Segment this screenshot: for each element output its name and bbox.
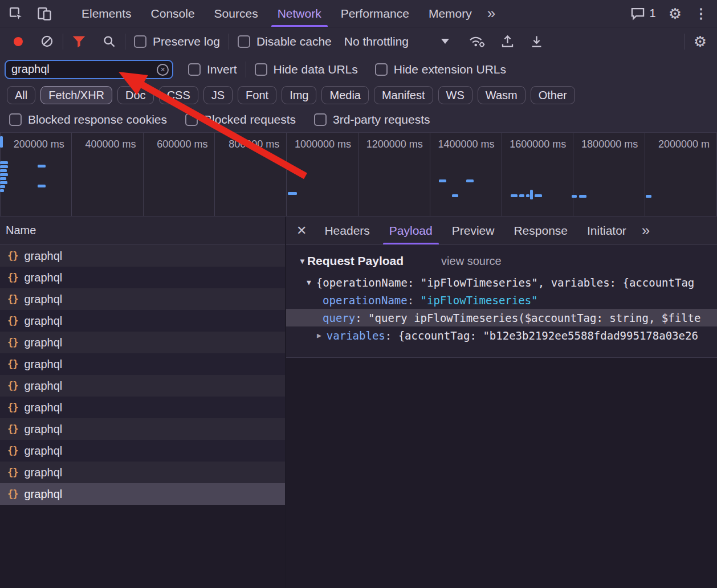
view-source-link[interactable]: view source <box>441 255 502 268</box>
chevron-down-icon <box>441 39 449 44</box>
preserve-log-checkbox[interactable]: Preserve log <box>134 35 220 48</box>
chip-img[interactable]: Img <box>282 86 316 104</box>
chip-media[interactable]: Media <box>321 86 368 104</box>
chip-manifest[interactable]: Manifest <box>374 86 433 104</box>
chip-wasm[interactable]: Wasm <box>478 86 525 104</box>
tab-performance[interactable]: Performance <box>331 0 419 27</box>
tab-memory[interactable]: Memory <box>419 0 482 27</box>
clear-network-log-icon[interactable] <box>40 34 54 48</box>
name-column-header[interactable]: Name <box>0 217 285 245</box>
more-tabs-icon[interactable]: » <box>482 5 501 22</box>
tab-console[interactable]: Console <box>141 0 205 27</box>
waterfall-mark <box>38 165 46 168</box>
requests-panel: Name {}graphql{}graphql{}graphql{}graphq… <box>0 217 286 588</box>
request-name: graphql <box>24 315 62 328</box>
chip-all[interactable]: All <box>7 86 35 104</box>
throttling-dropdown[interactable]: No throttling <box>344 35 449 48</box>
panel-tabs: ElementsConsoleSourcesNetworkPerformance… <box>72 0 482 27</box>
hide-data-urls-checkbox[interactable]: Hide data URLs <box>255 63 358 76</box>
fetch-braces-icon: {} <box>7 380 18 391</box>
payload-key: variables <box>327 329 385 342</box>
filter-input[interactable] <box>5 60 173 79</box>
request-row[interactable]: {}graphql <box>0 288 285 310</box>
network-settings-gear-icon[interactable]: ⚙ <box>694 34 707 49</box>
hide-extension-urls-checkbox[interactable]: Hide extension URLs <box>375 63 506 76</box>
request-row[interactable]: {}graphql <box>0 332 285 353</box>
waterfall-mark <box>579 195 586 198</box>
payload-operation-name-row[interactable]: operationName: "ipFlowTimeseries" <box>286 291 717 309</box>
request-row[interactable]: {}graphql <box>0 462 285 483</box>
clear-filter-icon[interactable]: ✕ <box>157 64 169 76</box>
request-row[interactable]: {}graphql <box>0 353 285 375</box>
request-details-panel: ✕ HeadersPayloadPreviewResponseInitiator… <box>286 217 717 588</box>
fetch-braces-icon: {} <box>7 358 18 370</box>
request-row[interactable]: {}graphql <box>0 397 285 418</box>
payload-query-row-selected[interactable]: query: "query ipFlowTimeseries($accountT… <box>286 309 717 326</box>
waterfall-mark <box>572 195 577 198</box>
request-row[interactable]: {}graphql <box>0 310 285 332</box>
request-row[interactable]: {}graphql <box>0 375 285 397</box>
waterfall-mark <box>38 185 46 187</box>
payload-variables-row[interactable]: ▶ variables: {accountTag: "b12e3b2192ee5… <box>286 326 717 344</box>
kebab-menu-icon[interactable]: ⋮ <box>694 6 708 22</box>
chip-font[interactable]: Font <box>238 86 276 104</box>
3rd-party-requests-checkbox[interactable]: 3rd-party requests <box>314 113 430 126</box>
extra-filters-row: Blocked response cookiesBlocked requests… <box>0 107 717 132</box>
chip-ws[interactable]: WS <box>438 86 472 104</box>
network-conditions-icon[interactable] <box>469 34 486 48</box>
network-overview-timeline[interactable]: 200000 ms400000 ms600000 ms800000 ms1000… <box>0 132 717 217</box>
request-row[interactable]: {}graphql <box>0 440 285 462</box>
chip-js[interactable]: JS <box>203 86 233 104</box>
waterfall-mark <box>0 165 8 168</box>
waterfall-mark <box>535 194 542 197</box>
request-name: graphql <box>24 423 62 436</box>
request-row[interactable]: {}graphql <box>0 418 285 440</box>
export-har-icon[interactable] <box>529 34 544 48</box>
console-messages-indicator[interactable]: 1 <box>630 7 656 21</box>
waterfall-mark <box>0 169 7 172</box>
details-tab-headers[interactable]: Headers <box>315 217 379 244</box>
tab-network[interactable]: Network <box>268 0 331 27</box>
invert-checkbox[interactable]: Invert <box>188 63 237 76</box>
chip-other[interactable]: Other <box>531 86 575 104</box>
timeline-tick-label: 600000 ms <box>144 133 215 216</box>
toolbar-divider <box>125 34 125 50</box>
details-tab-payload[interactable]: Payload <box>380 217 442 244</box>
request-name: graphql <box>24 488 62 501</box>
disable-cache-checkbox[interactable]: Disable cache <box>238 35 332 48</box>
collapse-triangle-icon[interactable]: ▼ <box>299 257 306 266</box>
tab-elements[interactable]: Elements <box>72 0 141 27</box>
filter-funnel-icon[interactable] <box>72 35 86 48</box>
record-network-log-icon[interactable] <box>11 35 25 48</box>
waterfall-mark <box>452 194 458 197</box>
tab-sources[interactable]: Sources <box>205 0 268 27</box>
fetch-braces-icon: {} <box>7 337 18 348</box>
details-tab-response[interactable]: Response <box>504 217 577 244</box>
request-row[interactable]: {}graphql <box>0 267 285 288</box>
chip-css[interactable]: CSS <box>159 86 198 104</box>
expand-triangle-icon: ▶ <box>317 331 321 340</box>
request-row[interactable]: {}graphql <box>0 483 285 505</box>
blocked-requests-checkbox[interactable]: Blocked requests <box>185 113 296 126</box>
payload-summary-row[interactable]: ▼ {operationName: "ipFlowTimeseries", va… <box>286 273 717 291</box>
device-toolbar-icon[interactable] <box>36 6 52 22</box>
fetch-braces-icon: {} <box>7 402 18 413</box>
import-har-icon[interactable] <box>500 34 515 48</box>
toolbar-divider <box>246 62 246 77</box>
inspect-element-icon[interactable] <box>8 6 24 22</box>
chip-doc[interactable]: Doc <box>117 86 154 104</box>
search-icon[interactable] <box>102 34 116 48</box>
timeline-tick-label: 800000 ms <box>215 133 287 216</box>
request-row[interactable]: {}graphql <box>0 245 285 267</box>
chip-fetch-xhr[interactable]: Fetch/XHR <box>40 86 112 104</box>
details-tab-preview[interactable]: Preview <box>442 217 504 244</box>
blocked-response-cookies-checkbox[interactable]: Blocked response cookies <box>9 113 167 126</box>
details-tab-initiator[interactable]: Initiator <box>577 217 636 244</box>
more-details-tabs-icon[interactable]: » <box>636 222 655 239</box>
waterfall-mark <box>288 192 297 195</box>
hide-data-urls-label: Hide data URLs <box>274 63 358 76</box>
settings-gear-icon[interactable]: ⚙ <box>669 6 682 21</box>
details-tabs: HeadersPayloadPreviewResponseInitiator <box>315 217 635 244</box>
close-details-icon[interactable]: ✕ <box>296 223 307 238</box>
waterfall-mark <box>646 195 651 198</box>
